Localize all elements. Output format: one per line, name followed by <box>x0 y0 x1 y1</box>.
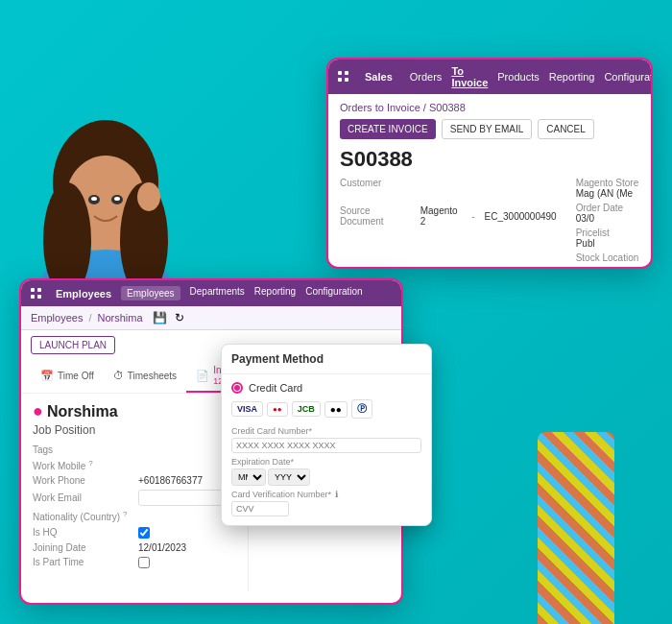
cvv-info-icon: ℹ <box>335 490 338 499</box>
card-number-field: Credit Card Number* <box>231 426 421 453</box>
svg-point-7 <box>137 182 160 211</box>
breadcrumb-norshima: Norshima <box>97 312 142 324</box>
tab-timesheets[interactable]: ⏱ Timesheets <box>104 360 186 393</box>
tags-row: Tags <box>33 444 248 455</box>
source-doc-value1: Magento 2 <box>420 205 463 227</box>
paypal-icon: Ⓟ <box>351 399 372 419</box>
sales-body: Orders to Invoice / S00388 CREATE INVOIC… <box>328 94 651 269</box>
save-icon[interactable]: 💾 <box>153 311 167 324</box>
job-position-title: Job Position <box>33 423 236 437</box>
sales-app-name: Sales <box>365 71 393 83</box>
work-phone-value: +60186766377 <box>138 475 203 486</box>
calendar-icon: 📅 <box>40 370 54 382</box>
pricelist-value: Publ <box>576 238 639 249</box>
pricelist-label: Pricelist <box>576 228 639 238</box>
joining-date-label: Joining Date <box>33 542 138 553</box>
magento-store-label: Magento Store <box>576 178 639 188</box>
credit-card-option[interactable]: Credit Card <box>231 382 421 394</box>
sales-nav: Orders To Invoice Products Reporting Con… <box>410 65 653 88</box>
work-mobile-label: Work Mobile ? <box>33 459 138 471</box>
emp-nav-reporting[interactable]: Reporting <box>254 286 296 300</box>
emp-nav-departments[interactable]: Departments <box>190 286 245 300</box>
visa-icon: VISA <box>231 401 263 417</box>
cancel-button[interactable]: CANCEL <box>538 119 594 139</box>
nationality-label: Nationality (Country) ? <box>33 510 138 522</box>
sales-nav-reporting[interactable]: Reporting <box>549 71 595 83</box>
breadcrumb: Orders to Invoice / S00388 <box>340 102 639 113</box>
employees-left-panel: ● Norshima Job Position Tags Work Mobile… <box>21 394 248 591</box>
cvv-field: Card Verification Number* ℹ <box>231 490 421 516</box>
expiration-date-field: Expiration Date* MM YYYY <box>231 457 324 486</box>
employees-subbar: Employees / Norshima 💾 ↻ <box>21 306 401 330</box>
expiration-month-select[interactable]: MM <box>231 468 266 486</box>
sales-nav-products[interactable]: Products <box>497 71 539 83</box>
expiration-label: Expiration Date* <box>231 457 324 467</box>
mastercard-icon: ●● <box>267 402 288 417</box>
is-part-time-label: Is Part Time <box>33 557 138 567</box>
work-mobile-row: Work Mobile ? <box>33 459 248 471</box>
sales-topbar: Sales Orders To Invoice Products Reporti… <box>328 60 651 94</box>
employee-name-text: Norshima <box>47 403 118 420</box>
payment-popup-body: Credit Card VISA ●● JCB ●● Ⓟ Credit Card… <box>222 374 431 524</box>
card-brands-row: VISA ●● JCB ●● Ⓟ <box>231 399 421 419</box>
doc-icon: 📄 <box>196 370 209 382</box>
employees-topbar: Employees Employees Departments Reportin… <box>21 280 401 306</box>
source-doc-value2: EC_3000000490 <box>485 211 557 222</box>
breadcrumb-employees: Employees <box>31 312 83 324</box>
clock-icon: ⏱ <box>113 370 124 381</box>
is-hq-row: Is HQ <box>33 527 248 539</box>
cvv-label: Card Verification Number* ℹ <box>231 490 421 499</box>
emp-nav-configuration[interactable]: Configuration <box>305 286 362 300</box>
sales-window: Sales Orders To Invoice Products Reporti… <box>326 58 653 269</box>
create-invoice-button[interactable]: CREATE INVOICE <box>340 119 436 139</box>
card-number-label: Credit Card Number* <box>231 426 421 436</box>
joining-date-row: Joining Date 12/01/2023 <box>33 542 248 553</box>
work-email-label: Work Email <box>33 492 138 503</box>
employee-form: Tags Work Mobile ? Work Phone +601867663… <box>33 444 236 568</box>
refresh-icon[interactable]: ↻ <box>175 311 184 324</box>
tags-label: Tags <box>33 444 138 455</box>
joining-date-value: 12/01/2023 <box>138 542 186 553</box>
emp-nav-employees[interactable]: Employees <box>121 286 180 300</box>
send-by-email-button[interactable]: SEND BY EMAIL <box>442 119 533 139</box>
emp-app-menu-icon[interactable] <box>31 288 42 300</box>
is-part-time-checkbox[interactable] <box>138 557 150 568</box>
svg-point-10 <box>91 197 97 201</box>
sales-nav-to-invoice[interactable]: To Invoice <box>451 65 488 88</box>
order-date-value: 03/0 <box>576 213 639 224</box>
sales-nav-orders[interactable]: Orders <box>410 71 443 83</box>
tab-time-off[interactable]: 📅 Time Off <box>31 360 104 393</box>
employee-name: ● Norshima <box>33 401 236 421</box>
launch-plan-button[interactable]: LAUNCH PLAN <box>31 336 115 354</box>
payment-popup: Payment Method Credit Card VISA ●● JCB ●… <box>221 344 432 526</box>
cvv-input[interactable] <box>231 501 289 516</box>
expiration-year-select[interactable]: YYYY <box>268 468 310 486</box>
source-doc-label: Source Document <box>340 205 411 227</box>
svg-point-11 <box>114 197 120 201</box>
status-bullet: ● <box>33 401 43 421</box>
discover-icon: ●● <box>324 401 348 418</box>
nationality-row: Nationality (Country) ? <box>33 510 248 522</box>
employees-app-name: Employees <box>56 288 111 300</box>
decorative-bag <box>538 432 614 624</box>
work-email-row: Work Email ✉ <box>33 490 248 506</box>
customer-label: Customer <box>340 178 557 188</box>
is-hq-checkbox[interactable] <box>138 527 150 539</box>
work-phone-row: Work Phone +60186766377 <box>33 475 248 486</box>
stock-location-label: Stock Location <box>576 252 639 263</box>
tab-timesheets-label: Timesheets <box>128 371 177 381</box>
action-buttons: CREATE INVOICE SEND BY EMAIL CANCEL <box>340 119 639 139</box>
payment-terms-label: Payment Terms <box>576 267 639 269</box>
employees-nav: Employees Departments Reporting Configur… <box>121 286 363 300</box>
work-phone-label: Work Phone <box>33 475 138 486</box>
magento-store-value: Mag (AN (Me <box>576 188 639 199</box>
card-number-input[interactable] <box>231 438 421 453</box>
credit-card-label: Credit Card <box>249 382 302 394</box>
sales-nav-config[interactable]: Configuration <box>604 71 653 83</box>
app-menu-icon[interactable] <box>338 71 349 83</box>
is-hq-label: Is HQ <box>33 527 138 538</box>
order-number: S00388 <box>340 147 639 172</box>
payment-popup-header: Payment Method <box>222 345 431 374</box>
credit-card-radio[interactable] <box>231 382 243 394</box>
is-part-time-row: Is Part Time <box>33 557 248 568</box>
